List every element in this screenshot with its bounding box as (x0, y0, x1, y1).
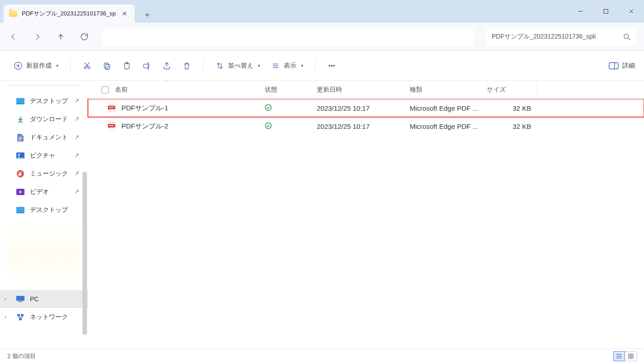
desktop-icon (16, 97, 24, 105)
file-row[interactable]: PDFサンプル-1 2023/12/25 10:17 Microsoft Edg… (88, 99, 644, 117)
file-type: Microsoft Edge PDF ... (410, 104, 487, 112)
view-button[interactable]: 表示 ▾ (266, 59, 308, 73)
column-modified[interactable]: 更新日時 (317, 86, 410, 94)
svg-rect-31 (19, 138, 22, 139)
svg-rect-13 (104, 63, 108, 68)
tab-title: PDFサンプル_20231225101736_sp (22, 10, 116, 18)
svg-point-34 (18, 154, 20, 156)
rename-icon (142, 61, 151, 70)
svg-point-10 (88, 66, 90, 69)
view-icon (271, 61, 280, 70)
status-bar: 2 個の項目 (0, 348, 644, 363)
close-window-button[interactable] (619, 0, 644, 23)
back-button[interactable] (8, 31, 19, 42)
window-controls (568, 0, 644, 23)
toolbar: 新規作成 ▾ 並べ替え ▾ 表示 ▾ (0, 51, 644, 81)
rename-button[interactable] (138, 59, 156, 73)
search-icon (623, 33, 630, 40)
new-button[interactable]: 新規作成 ▾ (9, 59, 63, 73)
sort-indicator-icon: ⌃ (165, 81, 169, 84)
sidebar-item-pictures[interactable]: ピクチャ (0, 147, 88, 165)
search-text: PDFサンプル_20231225101736_spli (492, 33, 623, 41)
icons-view-button[interactable] (625, 351, 637, 361)
svg-rect-52 (631, 357, 633, 358)
close-tab-icon[interactable]: ✕ (120, 8, 129, 19)
file-size: 32 KB (487, 123, 537, 130)
sidebar-label: ダウンロード (30, 115, 68, 123)
sidebar-label: ドキュメント (30, 133, 68, 142)
document-icon (16, 133, 24, 142)
download-icon (16, 115, 24, 123)
sidebar-item-desktop2[interactable]: デスクトップ (0, 201, 88, 219)
sidebar-item-network[interactable]: › ネットワーク (0, 308, 88, 326)
trash-icon (182, 61, 191, 70)
details-label: 詳細 (622, 62, 635, 70)
svg-point-9 (84, 66, 87, 69)
file-list: 名前 ⌃ 状態 更新日時 種類 サイズ PDFサンプル-1 2023/12/25… (88, 81, 644, 348)
cut-button[interactable] (78, 59, 96, 73)
svg-rect-32 (19, 140, 21, 140)
chevron-right-icon[interactable]: › (5, 314, 6, 320)
pc-icon (16, 295, 24, 303)
body: デスクトップ ダウンロード ドキュメント ピクチャ ミュージック ビデオ (0, 81, 644, 348)
svg-point-22 (329, 65, 330, 66)
minimize-button[interactable] (568, 0, 593, 23)
sidebar-item-documents[interactable]: ドキュメント (0, 128, 88, 147)
more-button[interactable] (323, 59, 341, 73)
sort-button[interactable]: 並べ替え ▾ (211, 59, 265, 73)
pin-icon (74, 98, 80, 105)
up-button[interactable] (55, 31, 66, 42)
delete-button[interactable] (178, 59, 196, 73)
column-size[interactable]: サイズ (487, 86, 537, 94)
cut-icon (82, 61, 92, 70)
copy-icon (102, 61, 111, 70)
file-row[interactable]: PDFサンプル-2 2023/12/25 10:17 Microsoft Edg… (88, 117, 644, 135)
chevron-right-icon[interactable]: › (5, 296, 6, 302)
search-input[interactable]: PDFサンプル_20231225101736_spli (486, 28, 636, 46)
separator (70, 59, 71, 73)
view-label: 表示 (284, 62, 296, 70)
svg-point-23 (331, 65, 333, 66)
file-name: PDFサンプル-2 (121, 122, 168, 131)
file-modified: 2023/12/25 10:17 (317, 104, 410, 112)
svg-rect-14 (106, 64, 110, 69)
maximize-button[interactable] (593, 0, 619, 23)
column-status[interactable]: 状態 (265, 86, 317, 94)
svg-rect-25 (609, 63, 618, 69)
paste-button[interactable] (118, 59, 136, 73)
details-pane-icon (609, 62, 619, 69)
svg-rect-43 (19, 318, 22, 320)
sidebar-item-downloads[interactable]: ダウンロード (0, 110, 88, 128)
sidebar-item-pc[interactable]: › PC (0, 290, 88, 308)
column-headers[interactable]: 名前 ⌃ 状態 更新日時 種類 サイズ (88, 81, 644, 99)
new-tab-button[interactable]: ＋ (139, 6, 155, 23)
sidebar-label: ミュージック (30, 170, 68, 178)
details-view-button[interactable] (613, 351, 625, 361)
sidebar-label: ネットワーク (30, 313, 68, 321)
network-icon (16, 313, 24, 321)
share-button[interactable] (158, 59, 176, 73)
svg-rect-27 (16, 98, 24, 103)
details-pane-button[interactable]: 詳細 (609, 62, 635, 70)
svg-rect-42 (21, 314, 24, 316)
address-path[interactable] (102, 28, 474, 46)
sidebar-item-desktop[interactable]: デスクトップ (0, 92, 88, 110)
copy-button[interactable] (98, 59, 116, 73)
column-name[interactable]: 名前 (115, 86, 128, 94)
svg-rect-37 (16, 207, 24, 212)
column-type[interactable]: 種類 (410, 86, 487, 94)
item-count: 2 個の項目 (7, 352, 36, 360)
select-all-checkbox[interactable] (102, 86, 109, 93)
sidebar-item-music[interactable]: ミュージック (0, 165, 88, 183)
pictures-icon (16, 152, 24, 160)
refresh-button[interactable] (79, 31, 90, 42)
sidebar-item-videos[interactable]: ビデオ (0, 183, 88, 201)
sidebar-label: ビデオ (30, 188, 49, 196)
pdf-icon (109, 104, 116, 112)
new-label: 新規作成 (26, 62, 52, 70)
sidebar-scrollbar[interactable] (82, 172, 87, 335)
forward-button[interactable] (32, 31, 43, 42)
file-type: Microsoft Edge PDF ... (410, 123, 487, 130)
tab[interactable]: PDFサンプル_20231225101736_sp ✕ (4, 5, 135, 23)
chevron-down-icon: ▾ (301, 63, 303, 68)
